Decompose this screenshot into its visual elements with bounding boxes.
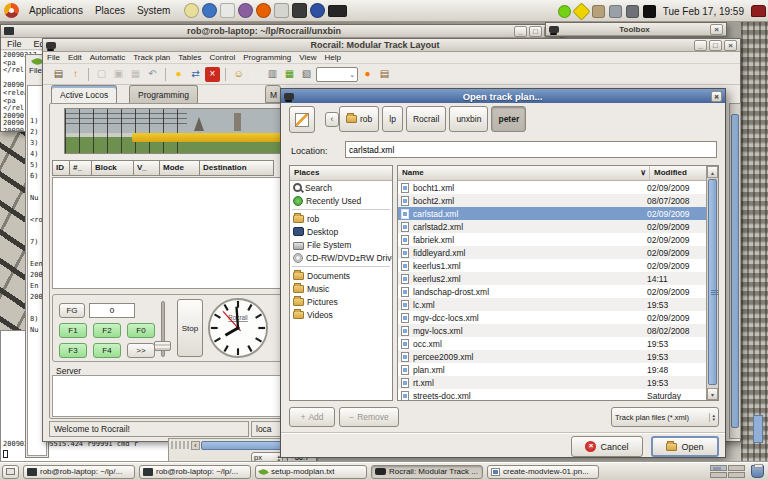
file-row-carlstad-xml[interactable]: carlstad.xml02/09/2009 [398, 207, 708, 220]
column-header-destination[interactable]: Destination [200, 160, 274, 176]
server-log-box[interactable] [52, 375, 300, 417]
f4-button[interactable]: F4 [93, 343, 121, 358]
screensaver-icon[interactable] [184, 3, 199, 18]
menu-programming[interactable]: Programming [243, 53, 291, 62]
terminal-menu-file[interactable]: File [7, 39, 22, 49]
show-desktop-button[interactable] [2, 465, 19, 479]
menu-automatic[interactable]: Automatic [90, 53, 126, 62]
tab-active-locos[interactable]: Active Locos [51, 85, 117, 103]
place-music[interactable]: Music [290, 282, 392, 295]
file-row-percee2009-xml[interactable]: percee2009.xml19:53 [398, 350, 708, 363]
places-header[interactable]: Places [290, 166, 392, 181]
hscroll-left-arrow[interactable]: ‹ [191, 441, 200, 450]
file-row-plan-xml[interactable]: plan.xml19:48 [398, 363, 708, 376]
file-row-fiddleyard-xml[interactable]: fiddleyard.xml02/09/2009 [398, 246, 708, 259]
file-row-keerlus2-xml[interactable]: keerlus2.xml14:11 [398, 272, 708, 285]
path-back-button[interactable]: ‹ [325, 112, 339, 127]
system-monitor-icon[interactable] [643, 5, 656, 18]
menu-tables[interactable]: Tables [178, 53, 201, 62]
place-videos[interactable]: Videos [290, 308, 392, 321]
routes-icon[interactable]: ▦ [282, 67, 297, 82]
more-functions-button[interactable]: >> [127, 343, 155, 358]
rocrail-titlebar[interactable]: Rocrail: Modular Track Layout _ □ × [43, 39, 740, 52]
scroll-down-icon[interactable]: ▾ [707, 388, 718, 400]
resize-grip[interactable] [171, 441, 189, 449]
place-documents[interactable]: Documents [290, 269, 392, 282]
file-row-carlstad2-xml[interactable]: carlstad2.xml02/09/2009 [398, 220, 708, 233]
terminal-titlebar[interactable]: rob@rob-laptop: ~/lp/Rocrail/unxbin _ □ … [1, 25, 560, 38]
cancel-button[interactable]: × Cancel [571, 436, 643, 457]
upload-icon[interactable]: ↑ [68, 67, 83, 82]
distro-logo-icon[interactable] [4, 3, 19, 18]
network-icon[interactable] [609, 5, 622, 18]
task-setup-modplan-txt[interactable]: setup-modplan.txt [255, 465, 367, 479]
menu-edit[interactable]: Edit [68, 53, 82, 62]
swap-icon[interactable]: ⇄ [188, 67, 203, 82]
power-icon[interactable]: × [205, 67, 220, 82]
undo-icon[interactable]: ↶ [145, 67, 160, 82]
f0-button[interactable]: F0 [127, 323, 155, 338]
place-recently-used[interactable]: Recently Used [290, 194, 392, 207]
minimize-button[interactable]: _ [514, 26, 527, 37]
open-button[interactable]: Open [651, 436, 719, 457]
scrollbar-thumb[interactable] [731, 114, 739, 428]
fg-button[interactable]: FG [59, 303, 85, 318]
panel-menu-applications[interactable]: Applications [29, 5, 83, 16]
files-vscrollbar[interactable]: ▴ ▾ [706, 166, 718, 400]
locos-table-body[interactable] [52, 177, 300, 289]
minimize-button[interactable]: _ [694, 40, 707, 51]
red-applet-icon[interactable] [751, 5, 766, 17]
place-desktop[interactable]: Desktop [290, 225, 392, 238]
close-button[interactable]: × [710, 24, 723, 35]
f1-button[interactable]: F1 [59, 323, 87, 338]
panel-clock[interactable]: Tue Feb 17, 19:59 [663, 6, 744, 17]
menu-view[interactable]: View [299, 53, 316, 62]
panel-menu-system[interactable]: System [137, 5, 170, 16]
path-button-unxbin[interactable]: unxbin [449, 106, 488, 132]
table-icon[interactable]: ▧ [299, 67, 314, 82]
document-icon[interactable] [274, 3, 289, 18]
purple-app-icon[interactable] [238, 3, 253, 18]
maximize-button[interactable]: □ [529, 26, 542, 37]
file-row-streets-doc-xml[interactable]: streets-doc.xmlSaturday [398, 389, 708, 401]
column-header-v[interactable]: V_ [134, 160, 160, 176]
task-rob-rob-laptop-lp[interactable]: rob@rob-laptop: ~/lp/... [139, 465, 251, 479]
close-button[interactable]: × [724, 40, 737, 51]
rocrail-train-icon[interactable] [328, 5, 347, 17]
led-icon[interactable]: ● [360, 67, 375, 82]
speed-value-field[interactable] [89, 303, 135, 318]
scroll-up-icon[interactable]: ▴ [707, 166, 718, 178]
workspace-4[interactable] [728, 472, 745, 478]
place-pictures[interactable]: Pictures [290, 295, 392, 308]
notes-icon[interactable] [220, 3, 235, 18]
column-header-modified[interactable]: Modified [650, 166, 708, 181]
book-icon[interactable]: ▤ [377, 67, 392, 82]
type-filename-toggle[interactable] [289, 106, 315, 133]
warning-icon[interactable] [572, 2, 590, 20]
scrollbar-thumb[interactable] [708, 179, 717, 385]
volume-icon[interactable] [626, 5, 639, 18]
toolbox-titlebar[interactable]: Toolbox × [546, 23, 726, 36]
task-create-modview-01-pn[interactable]: create-modview-01.pn... [487, 465, 599, 479]
panel-menu-places[interactable]: Places [95, 5, 125, 16]
place-file-system[interactable]: File System [290, 238, 392, 251]
file-type-filter[interactable]: Track plan files (*.xml) ▴▾ [611, 407, 719, 427]
track-plan-vscrollbar[interactable] [729, 103, 741, 439]
dialog-titlebar[interactable]: Open track plan... × [281, 89, 725, 103]
terminal-launcher-icon[interactable] [292, 3, 307, 18]
path-button-peter[interactable]: peter [491, 106, 526, 132]
task-rocrail-modular-track[interactable]: Rocrail: Modular Track ... [371, 465, 483, 479]
menu-help[interactable]: Help [324, 53, 340, 62]
place-rob[interactable]: rob [290, 212, 392, 225]
thunderbird-icon[interactable] [202, 3, 217, 18]
f2-button[interactable]: F2 [93, 323, 121, 338]
file-row-fabriek-xml[interactable]: fabriek.xml02/09/2009 [398, 233, 708, 246]
menu-control[interactable]: Control [209, 53, 235, 62]
remove-button[interactable]: − Remove [339, 407, 399, 427]
place-cd-rw-dvd-rw-drive[interactable]: CD-RW/DVD±RW Drive [290, 251, 392, 264]
lamp-icon[interactable]: ● [171, 67, 186, 82]
trash-icon[interactable] [751, 465, 764, 478]
task-rob-rob-laptop-lp[interactable]: rob@rob-laptop: ~/lp/... [23, 465, 135, 479]
file-row-lc-xml[interactable]: lc.xml19:53 [398, 298, 708, 311]
file-row-rt-xml[interactable]: rt.xml19:53 [398, 376, 708, 389]
